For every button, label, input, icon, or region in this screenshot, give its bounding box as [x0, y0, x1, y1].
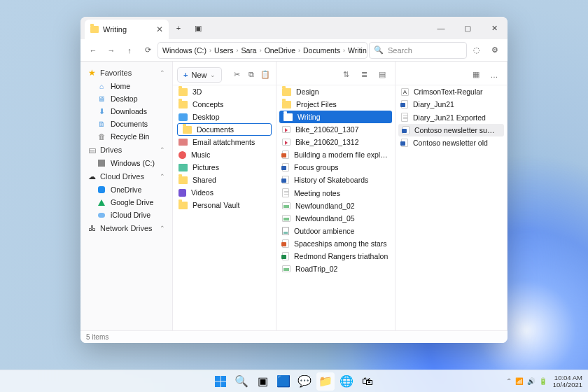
list-item[interactable]: Newfoundland_02 [276, 200, 395, 212]
new-button[interactable]: + New ⌄ [177, 67, 222, 83]
tab-writing[interactable]: Writing ✕ [85, 20, 169, 39]
list-item[interactable]: RoadTrip_02 [276, 262, 395, 275]
search-input[interactable]: 🔍 Search [369, 42, 467, 59]
sidebar-item-desktop[interactable]: 🖥Desktop [83, 92, 169, 105]
list-item[interactable]: Project Files [276, 98, 395, 111]
search-icon: 🔍 [374, 46, 384, 55]
taskbar-search-button[interactable]: 🔍 [232, 372, 251, 391]
explorer-button[interactable]: 📁 [316, 372, 335, 391]
store-button[interactable]: 🛍 [358, 372, 377, 391]
close-window-button[interactable]: ✕ [481, 17, 507, 39]
list-item[interactable]: Focus groups [276, 161, 395, 174]
sort-button[interactable]: ⇅ [337, 66, 354, 83]
mail-icon [178, 139, 188, 146]
word-file-icon [401, 139, 408, 147]
image-file-icon [282, 215, 290, 222]
maximize-button[interactable]: ▢ [454, 17, 481, 39]
chat-button[interactable]: 💬 [295, 372, 314, 391]
chevron-up-icon[interactable]: ⌃ [160, 69, 165, 76]
font-file-icon: A [401, 88, 409, 96]
list-item[interactable]: Outdoor ambience [276, 225, 395, 237]
edge-button[interactable]: 🌐 [337, 372, 356, 391]
list-item[interactable]: Bike_210620_1312 [276, 136, 395, 148]
sidebar-group-cloud[interactable]: ☁ Cloud Drives ⌃ [83, 169, 169, 183]
list-item[interactable]: History of Skateboards [276, 174, 395, 186]
start-button[interactable] [211, 372, 230, 391]
up-button[interactable]: ↑ [121, 42, 138, 59]
widgets-button[interactable]: 🟦 [274, 372, 293, 391]
paste-button[interactable]: 📋 [259, 66, 272, 83]
settings-button[interactable]: ⚙ [486, 42, 503, 59]
list-item[interactable]: Desktop [173, 111, 276, 123]
list-item[interactable]: Bike_210620_1307 [276, 123, 395, 136]
list-item[interactable]: Spaceships among the stars [276, 237, 395, 250]
list-item[interactable]: Personal Vault [173, 199, 276, 211]
sidebar-group-favorites[interactable]: ★ Favorites ⌃ [83, 66, 169, 80]
more-button[interactable]: … [486, 66, 503, 83]
battery-icon[interactable]: 🔋 [539, 377, 547, 385]
list-item-selected[interactable]: Documents [177, 123, 272, 136]
crumb[interactable]: Users [214, 46, 233, 55]
video-file-icon [282, 126, 290, 133]
status-text: 5 items [86, 333, 108, 341]
sidebar: ★ Favorites ⌃ ⌂Home 🖥Desktop ⬇Downloads … [80, 62, 173, 330]
close-tab-icon[interactable]: ✕ [156, 24, 163, 34]
list-item[interactable]: ACrimsonText-Regular [396, 85, 507, 98]
chevron-up-icon[interactable]: ⌃ [160, 225, 165, 232]
forward-button[interactable]: → [103, 42, 120, 59]
chevron-up-icon[interactable]: ⌃ [160, 173, 165, 180]
system-tray[interactable]: ⌃ 📶 🔊 🔋 10:04 AM 10/4/2021 [506, 374, 582, 388]
sidebar-item-documents[interactable]: 🗎Documents [83, 118, 169, 130]
sidebar-item-windows-c[interactable]: Windows (C:) [83, 157, 169, 169]
copy-button[interactable]: ⧉ [244, 66, 257, 83]
sidebar-item-home[interactable]: ⌂Home [83, 80, 169, 92]
cut-button[interactable]: ✂ [230, 66, 243, 83]
back-button[interactable]: ← [85, 42, 102, 59]
crumb[interactable]: Sara [241, 46, 256, 55]
list-item[interactable]: Diary_Jun21 [396, 98, 507, 111]
crumb[interactable]: Documents [303, 46, 340, 55]
minimize-button[interactable]: — [428, 17, 454, 39]
list-item[interactable]: Music [173, 148, 276, 161]
list-item[interactable]: Meeting notes [276, 186, 395, 200]
sidebar-item-onedrive[interactable]: OneDrive [83, 183, 169, 196]
list-item[interactable]: Diary_Jun21 Exported [396, 111, 507, 124]
list-item-selected[interactable]: Contoso newsletter summe... [398, 124, 504, 136]
sidebar-group-drives[interactable]: 🖴 Drives ⌃ [83, 143, 169, 157]
breadcrumb[interactable]: Windows (C:)› Users› Sara› OneDrive› Doc… [158, 42, 368, 59]
list-item[interactable]: Building a modern file explor... [276, 148, 395, 161]
sidebar-item-downloads[interactable]: ⬇Downloads [83, 105, 169, 118]
chevron-up-icon[interactable]: ⌃ [160, 146, 165, 153]
refresh-button[interactable]: ⟳ [139, 42, 156, 59]
list-item[interactable]: Design [276, 85, 395, 98]
list-item[interactable]: Newfoundland_05 [276, 212, 395, 225]
chevron-up-icon[interactable]: ⌃ [506, 377, 512, 385]
crumb[interactable]: Windows (C:) [162, 46, 206, 55]
tab-overview-button[interactable]: ▣ [188, 18, 208, 38]
list-item[interactable]: Videos [173, 186, 276, 199]
crumb[interactable]: OneDrive [265, 46, 295, 55]
list-item[interactable]: Pictures [173, 161, 276, 174]
details-button[interactable]: ▦ [468, 66, 484, 83]
list-item-selected[interactable]: Writing [279, 111, 392, 123]
new-tab-button[interactable]: + [169, 18, 188, 38]
pictures-icon [178, 164, 188, 172]
sidebar-item-recycle[interactable]: 🗑Recycle Bin [83, 130, 169, 143]
crumb[interactable]: Writing [348, 46, 368, 55]
list-item[interactable]: Contoso newsletter old [396, 136, 507, 149]
view-button[interactable]: ▤ [374, 66, 391, 83]
volume-icon[interactable]: 🔊 [527, 377, 536, 385]
taskview-button[interactable]: ▣ [253, 372, 272, 391]
clock[interactable]: 10:04 AM 10/4/2021 [553, 374, 582, 388]
sidebar-item-googledrive[interactable]: Google Drive [83, 196, 169, 209]
list-item[interactable]: Email attatchments [173, 136, 276, 148]
list-item[interactable]: Concepts [173, 98, 276, 111]
list-item[interactable]: Redmond Rangers triathalon [276, 250, 395, 262]
sidebar-group-network[interactable]: 🖧 Network Drives ⌃ [83, 221, 169, 235]
group-button[interactable]: ≣ [356, 66, 372, 83]
wifi-icon[interactable]: 📶 [515, 377, 524, 385]
navbar: ← → ↑ ⟳ Windows (C:)› Users› Sara› OneDr… [80, 39, 507, 62]
list-item[interactable]: Shared [173, 174, 276, 186]
list-item[interactable]: 3D [173, 85, 276, 98]
sidebar-item-icloud[interactable]: iCloud Drive [83, 209, 169, 221]
